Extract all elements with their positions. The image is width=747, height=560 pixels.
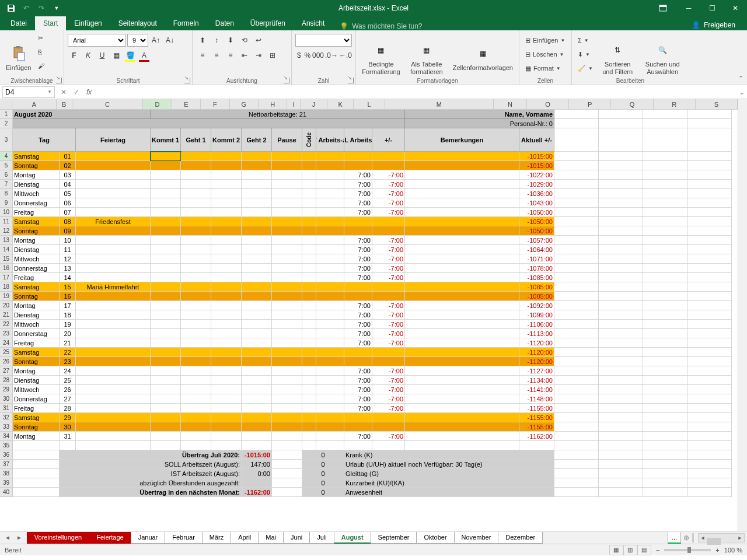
cell[interactable] xyxy=(405,245,519,254)
page-break-view-icon[interactable]: ▤ xyxy=(637,545,651,555)
cell[interactable] xyxy=(554,245,599,254)
cell[interactable]: Sonntag xyxy=(13,226,60,236)
cell[interactable]: Dienstag xyxy=(13,245,60,254)
cell[interactable] xyxy=(242,422,272,432)
cell[interactable] xyxy=(60,441,76,450)
cell[interactable] xyxy=(302,422,316,432)
cell[interactable] xyxy=(316,432,344,441)
cell[interactable]: -7:00 xyxy=(372,198,405,208)
cell[interactable] xyxy=(272,189,302,198)
sheet-tab-dezember[interactable]: Dezember xyxy=(498,532,543,544)
row-header[interactable]: 39 xyxy=(0,478,13,488)
cell[interactable] xyxy=(687,338,732,348)
cell[interactable] xyxy=(554,180,599,189)
cell[interactable] xyxy=(76,376,151,385)
cell[interactable] xyxy=(211,348,242,357)
cell[interactable]: 22 xyxy=(60,348,76,357)
normal-view-icon[interactable]: ▦ xyxy=(609,545,623,555)
cell[interactable]: Übertrag Juli 2020: xyxy=(60,450,242,460)
row-header[interactable]: 26 xyxy=(0,357,13,366)
row-header[interactable]: 11 xyxy=(0,217,13,226)
zoom-in-button[interactable]: + xyxy=(715,547,719,554)
cell[interactable] xyxy=(687,170,732,180)
cell[interactable] xyxy=(316,441,344,450)
cell[interactable] xyxy=(181,245,211,254)
cell[interactable]: 05 xyxy=(60,189,76,198)
cell[interactable] xyxy=(687,450,732,460)
cell[interactable] xyxy=(554,264,599,273)
cell[interactable] xyxy=(599,422,643,432)
sheet-tab-august[interactable]: August xyxy=(334,532,371,544)
cell[interactable]: Montag xyxy=(13,236,60,245)
cell[interactable]: -1162:00 xyxy=(242,488,272,497)
cell[interactable] xyxy=(242,152,272,161)
cell[interactable] xyxy=(687,292,732,301)
cell[interactable] xyxy=(272,469,302,478)
cell[interactable] xyxy=(316,282,344,292)
cell[interactable] xyxy=(272,282,302,292)
cell[interactable] xyxy=(316,385,344,394)
cell[interactable] xyxy=(643,404,687,413)
cell[interactable] xyxy=(599,441,643,450)
cell[interactable] xyxy=(76,366,151,376)
cell[interactable] xyxy=(599,404,643,413)
cell[interactable] xyxy=(643,208,687,217)
cell[interactable]: 7:00 xyxy=(344,236,372,245)
cell[interactable] xyxy=(151,357,181,366)
cell[interactable] xyxy=(643,385,687,394)
row-header[interactable]: 37 xyxy=(0,460,13,469)
cell[interactable] xyxy=(242,320,272,329)
maximize-button[interactable]: ☐ xyxy=(700,0,724,16)
cell[interactable] xyxy=(599,348,643,357)
cell[interactable]: -1155:00 xyxy=(519,413,554,422)
cell[interactable] xyxy=(554,208,599,217)
cell[interactable] xyxy=(599,366,643,376)
cell[interactable] xyxy=(151,217,181,226)
cell[interactable] xyxy=(181,441,211,450)
cell[interactable] xyxy=(242,273,272,282)
cell[interactable] xyxy=(316,264,344,273)
cell[interactable] xyxy=(76,226,151,236)
cell[interactable] xyxy=(151,376,181,385)
cell[interactable]: Mariä Himmelfahrt xyxy=(76,282,151,292)
cell[interactable] xyxy=(302,245,316,254)
cell[interactable] xyxy=(181,357,211,366)
cell[interactable] xyxy=(687,301,732,310)
clipboard-dialog-launcher[interactable] xyxy=(56,78,62,83)
cell[interactable] xyxy=(372,348,405,357)
increase-font-icon[interactable]: A↑ xyxy=(149,34,162,47)
cell[interactable]: -1022:00 xyxy=(519,170,554,180)
cell[interactable] xyxy=(405,357,519,366)
cell[interactable] xyxy=(272,348,302,357)
new-sheet-button[interactable]: ⊕ xyxy=(680,534,692,542)
cell[interactable] xyxy=(687,226,732,236)
cell[interactable] xyxy=(242,236,272,245)
cell[interactable] xyxy=(687,217,732,226)
cell[interactable] xyxy=(599,254,643,264)
cell[interactable] xyxy=(302,404,316,413)
cell[interactable]: 0:00 xyxy=(242,469,272,478)
cell[interactable] xyxy=(211,273,242,282)
cell[interactable] xyxy=(687,469,732,478)
format-painter-button[interactable]: 🖌 xyxy=(36,60,47,72)
cell[interactable] xyxy=(272,198,302,208)
cell[interactable] xyxy=(272,170,302,180)
font-size-select[interactable]: 9 xyxy=(127,34,148,47)
cell[interactable] xyxy=(272,217,302,226)
cell[interactable] xyxy=(405,264,519,273)
cell[interactable]: -7:00 xyxy=(372,301,405,310)
cell[interactable] xyxy=(643,264,687,273)
cell[interactable]: -1029:00 xyxy=(519,180,554,189)
cell[interactable] xyxy=(554,320,599,329)
cell[interactable] xyxy=(599,189,643,198)
cell[interactable] xyxy=(151,208,181,217)
cell[interactable]: SOLL Arbeits-zeit xyxy=(344,128,372,152)
cell[interactable] xyxy=(405,329,519,338)
cell[interactable] xyxy=(181,348,211,357)
cell[interactable] xyxy=(76,301,151,310)
cell[interactable]: 07 xyxy=(60,208,76,217)
col-header-S[interactable]: S xyxy=(696,99,738,110)
cell[interactable] xyxy=(554,110,599,119)
cell[interactable] xyxy=(599,338,643,348)
cell[interactable] xyxy=(302,198,316,208)
